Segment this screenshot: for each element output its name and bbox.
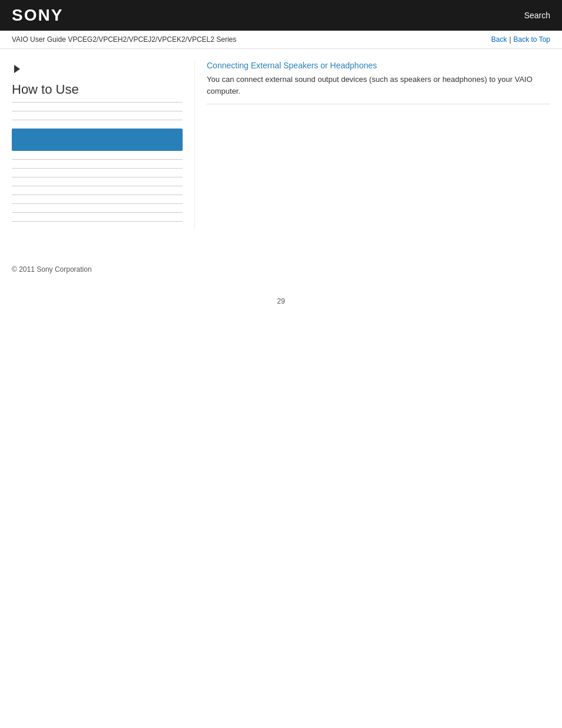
sidebar-active-item[interactable] [12, 129, 183, 151]
breadcrumb-text: VAIO User Guide VPCEG2/VPCEH2/VPCEJ2/VPC… [12, 35, 236, 44]
sidebar-divider-1 [12, 111, 183, 111]
sidebar: How to Use [12, 61, 194, 230]
sidebar-divider-2 [12, 120, 183, 120]
sidebar-divider-6 [12, 186, 183, 186]
page-number: 29 [0, 285, 562, 317]
sidebar-divider-4 [12, 168, 183, 169]
article-divider [207, 104, 550, 104]
header: SONY Search [0, 0, 562, 31]
breadcrumb-links: Back | Back to Top [491, 35, 550, 44]
back-to-top-link[interactable]: Back to Top [514, 35, 550, 44]
chevron-right-icon[interactable] [12, 64, 183, 76]
main-content: How to Use Connecting External Speakers … [0, 49, 562, 242]
sony-logo: SONY [12, 6, 63, 25]
sidebar-divider-10 [12, 221, 183, 222]
breadcrumb-separator: | [509, 35, 511, 44]
article-title-link[interactable]: Connecting External Speakers or Headphon… [207, 61, 550, 70]
search-button[interactable]: Search [524, 11, 550, 20]
copyright-text: © 2011 Sony Corporation [12, 265, 92, 274]
sidebar-divider-9 [12, 212, 183, 213]
content-area: Connecting External Speakers or Headphon… [194, 61, 550, 230]
sidebar-section-title[interactable]: How to Use [12, 82, 183, 103]
back-link[interactable]: Back [491, 35, 507, 44]
sidebar-divider-8 [12, 203, 183, 204]
svg-marker-0 [14, 65, 20, 73]
footer-copyright: © 2011 Sony Corporation [0, 253, 562, 285]
breadcrumb-bar: VAIO User Guide VPCEG2/VPCEH2/VPCEJ2/VPC… [0, 31, 562, 49]
sidebar-divider-5 [12, 177, 183, 177]
sidebar-divider-3 [12, 159, 183, 160]
article-description: You can connect external sound output de… [207, 74, 550, 97]
sidebar-divider-7 [12, 195, 183, 195]
back-to-top-label: Back to Top [514, 35, 550, 44]
